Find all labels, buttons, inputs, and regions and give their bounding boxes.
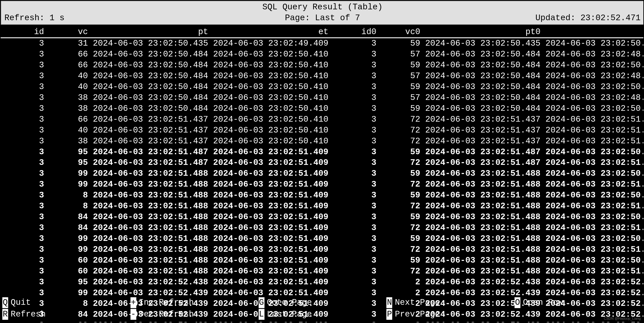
table-row[interactable]: 3952024-06-03 23:02:52.4382024-06-03 23:…: [1, 277, 644, 288]
cell-pt: 2024-06-03 23:02:51.488: [90, 244, 211, 255]
cell-id0: 3: [331, 157, 379, 168]
cell-pt0: 2024-06-03 23:02:51.487: [423, 157, 543, 168]
cell-pt: 2024-06-03 23:02:51.487: [90, 157, 211, 168]
table-row[interactable]: 3402024-06-03 23:02:50.4842024-06-03 23:…: [1, 71, 644, 82]
label-inc-refresh: Inc Refresh: [139, 297, 194, 308]
table-row[interactable]: 3992024-06-03 23:02:51.4882024-06-03 23:…: [1, 233, 644, 244]
shortcut-open-row[interactable]: OOpen Row: [515, 297, 643, 308]
cell-vc: 99: [46, 244, 90, 255]
cell-vc0: 72: [379, 244, 423, 255]
cell-id: 3: [1, 233, 46, 244]
cell-pt: 2024-06-03 23:02:51.488: [90, 255, 211, 266]
table-row[interactable]: 3662024-06-03 23:02:50.4842024-06-03 23:…: [1, 49, 644, 60]
cell-pt: 2024-06-03 23:02:51.437: [90, 114, 211, 125]
cell-vc: 38: [46, 103, 90, 114]
hotkey-minus: -: [130, 309, 136, 320]
table-row[interactable]: 382024-06-03 23:02:51.4882024-06-03 23:0…: [1, 201, 644, 212]
table-row[interactable]: 3952024-06-03 23:02:51.4872024-06-03 23:…: [1, 157, 644, 168]
cell-id0: 3: [331, 222, 379, 233]
table-row[interactable]: 3602024-06-03 23:02:51.4882024-06-03 23:…: [1, 255, 644, 266]
cell-pt: 2024-06-03 23:02:50.484: [90, 71, 211, 82]
cell-pt: 2024-06-03 23:02:51.437: [90, 125, 211, 136]
cell-id: 3: [1, 244, 46, 255]
table-row[interactable]: 3992024-06-03 23:02:51.4882024-06-03 23:…: [1, 168, 644, 179]
table-row[interactable]: 3952024-06-03 23:02:51.4872024-06-03 23:…: [1, 147, 644, 157]
cell-pt: 2024-06-03 23:02:51.488: [90, 168, 211, 179]
hotkey-l: L: [258, 309, 264, 320]
cell-et: 2024-06-03 23:02:49.409: [211, 38, 331, 49]
col-header-et: et: [211, 26, 331, 38]
cell-et: 2024-06-03 23:02:50.410: [211, 71, 331, 82]
table-row[interactable]: 3992024-06-03 23:02:51.4882024-06-03 23:…: [1, 179, 644, 190]
table-row[interactable]: 3312024-06-03 23:02:50.4352024-06-03 23:…: [1, 38, 644, 49]
cell-pt: 2024-06-03 23:02:51.488: [90, 179, 211, 190]
cell-et0: 2024-06-03 23:02:50.414: [543, 103, 644, 114]
table-row[interactable]: 3402024-06-03 23:02:50.4842024-06-03 23:…: [1, 81, 644, 92]
label-open-row: Open Row: [523, 297, 563, 308]
table-row[interactable]: 3992024-06-03 23:02:51.4882024-06-03 23:…: [1, 244, 644, 255]
label-quit: Quit: [11, 297, 31, 308]
shortcut-prev-page[interactable]: PPrev Page: [386, 309, 515, 320]
cell-id: 3: [1, 147, 46, 157]
shortcut-inc-refresh[interactable]: +Inc Refresh: [130, 297, 258, 308]
table-row[interactable]: 382024-06-03 23:02:51.4882024-06-03 23:0…: [1, 190, 644, 201]
table-row[interactable]: 3382024-06-03 23:02:50.4842024-06-03 23:…: [1, 92, 644, 103]
watermark: CSDN @Hadoop_Liang: [604, 317, 641, 321]
cell-id0: 3: [331, 168, 379, 179]
cell-vc: 40: [46, 81, 90, 92]
cell-vc0: 59: [379, 38, 423, 49]
cell-pt: 2024-06-03 23:02:50.484: [90, 49, 211, 60]
cell-pt0: 2024-06-03 23:02:51.488: [423, 266, 543, 277]
table-row[interactable]: 3382024-06-03 23:02:51.4372024-06-03 23:…: [1, 136, 644, 147]
table-row[interactable]: 3602024-06-03 23:02:51.4882024-06-03 23:…: [1, 266, 644, 277]
cell-id: 3: [1, 49, 46, 60]
cell-pt0: 2024-06-03 23:02:52.438: [423, 277, 543, 288]
table-row[interactable]: 3842024-06-03 23:02:51.4882024-06-03 23:…: [1, 222, 644, 233]
cell-vc: 31: [46, 38, 90, 49]
cell-et: 2024-06-03 23:02:51.409: [211, 179, 331, 190]
cell-id: 3: [1, 38, 46, 49]
cell-et0: 2024-06-03 23:02:48.414: [543, 49, 644, 60]
cell-vc: 99: [46, 288, 90, 299]
cell-vc0: 59: [379, 60, 423, 71]
cell-et0: 2024-06-03 23:02:50.414: [543, 233, 644, 244]
cell-et0: 2024-06-03 23:02:50.414: [543, 81, 644, 92]
cell-pt: 2024-06-03 23:02:52.438: [90, 277, 211, 288]
cell-pt: 2024-06-03 23:02:51.437: [90, 136, 211, 147]
cell-pt0: 2024-06-03 23:02:50.484: [423, 60, 543, 71]
hotkey-g: G: [258, 297, 264, 308]
cell-id0: 3: [331, 277, 379, 288]
cell-vc0: 59: [379, 190, 423, 201]
cell-et: 2024-06-03 23:02:51.409: [211, 233, 331, 244]
shortcut-refresh[interactable]: RRefresh: [2, 309, 130, 320]
cell-et: 2024-06-03 23:02:50.410: [211, 92, 331, 103]
cell-et: 2024-06-03 23:02:51.409: [211, 288, 331, 299]
cell-id0: 3: [331, 190, 379, 201]
header-bar: SQL Query Result (Table) Refresh: 1 s Pa…: [1, 1, 644, 25]
shortcut-next-page[interactable]: NNext Page: [386, 297, 515, 308]
shortcut-quit[interactable]: QQuit: [2, 297, 130, 308]
cell-vc: 8: [46, 201, 90, 212]
table-row[interactable]: 3662024-06-03 23:02:50.4842024-06-03 23:…: [1, 60, 644, 71]
shortcut-dec-refresh[interactable]: -Dec Refresh: [130, 309, 258, 320]
cell-pt: 2024-06-03 23:02:51.488: [90, 233, 211, 244]
table-row[interactable]: 3402024-06-03 23:02:51.4372024-06-03 23:…: [1, 125, 644, 136]
table-row[interactable]: 3382024-06-03 23:02:50.4842024-06-03 23:…: [1, 103, 644, 114]
refresh-interval: Refresh: 1 s: [4, 13, 216, 24]
cell-pt: 2024-06-03 23:02:50.484: [90, 60, 211, 71]
cell-vc0: 59: [379, 233, 423, 244]
cell-id: 3: [1, 266, 46, 277]
cell-et: 2024-06-03 23:02:50.410: [211, 136, 331, 147]
cell-pt0: 2024-06-03 23:02:51.487: [423, 147, 543, 157]
table-row[interactable]: 3662024-06-03 23:02:51.4372024-06-03 23:…: [1, 114, 644, 125]
shortcut-last-page[interactable]: LLast Page: [258, 309, 386, 320]
label-goto-page: Goto Page: [267, 297, 312, 308]
col-header-id0: id0: [331, 26, 379, 38]
cell-pt: 2024-06-03 23:02:50.484: [90, 81, 211, 92]
shortcut-goto-page[interactable]: GGoto Page: [258, 297, 386, 308]
cell-id: 3: [1, 222, 46, 233]
table-row[interactable]: 3992024-06-03 23:02:52.4392024-06-03 23:…: [1, 288, 644, 299]
cell-vc0: 59: [379, 81, 423, 92]
table-row[interactable]: 3842024-06-03 23:02:51.4882024-06-03 23:…: [1, 212, 644, 223]
cell-id: 3: [1, 212, 46, 223]
